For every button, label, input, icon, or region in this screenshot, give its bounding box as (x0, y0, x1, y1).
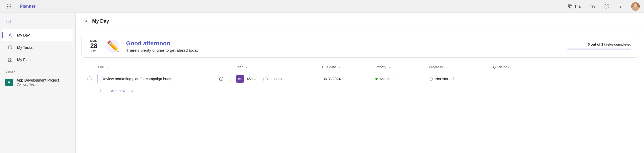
greeting-card: MON 28 Oct ✏️ Good afternoon There's ple… (82, 35, 638, 58)
add-task-row: Add new task (82, 85, 638, 94)
page-header: My Day (76, 13, 644, 30)
svg-point-6 (7, 7, 8, 8)
svg-rect-18 (11, 60, 12, 62)
svg-point-7 (9, 7, 9, 8)
hexagon-icon (7, 45, 13, 50)
trial-label: Trial (574, 4, 581, 9)
topbar: Planner Trial (0, 0, 644, 13)
task-progress[interactable]: Not started (429, 77, 493, 81)
column-due[interactable]: Due date (322, 65, 375, 69)
brand-label[interactable]: Planner (20, 4, 36, 9)
sun-icon (83, 18, 88, 24)
svg-point-14 (9, 34, 11, 36)
task-title: Review marketing plan for campaign budge… (102, 77, 215, 81)
table-header: Title Plan Due date (82, 63, 638, 73)
svg-point-12 (620, 7, 620, 8)
copilot-icon (590, 4, 595, 9)
panel-collapse-icon (6, 19, 11, 24)
date-month: Oct (91, 50, 96, 53)
sidebar-item-my-plans[interactable]: My Plans (2, 54, 73, 66)
trial-button[interactable]: Trial (564, 1, 585, 12)
waffle-icon (7, 4, 11, 9)
greeting-title: Good afternoon (126, 40, 199, 47)
task-title-cell[interactable]: Review marketing plan for campaign budge… (98, 74, 236, 84)
svg-point-1 (9, 4, 9, 5)
pinned-section-label: Pinned (0, 66, 75, 76)
app-launcher-button[interactable] (4, 2, 14, 11)
svg-point-3 (7, 6, 8, 7)
copilot-button[interactable] (587, 1, 599, 12)
info-icon[interactable] (218, 75, 225, 83)
gear-icon (604, 4, 609, 9)
plan-name: Marketing Campaign (247, 77, 282, 81)
date-block: MON 28 Oct (88, 39, 99, 53)
pinned-plan-title: App Development Project (17, 78, 59, 83)
more-icon[interactable] (227, 75, 235, 83)
column-progress[interactable]: Progress (429, 65, 493, 69)
main: My Day MON 28 Oct ✏️ Good afternoon Ther… (75, 13, 644, 153)
plus-icon (98, 88, 103, 93)
svg-rect-15 (8, 58, 10, 59)
sidebar: My Day My Tasks My Plans Pinned tt (0, 13, 75, 153)
sidebar-item-label: My Plans (17, 58, 33, 62)
table-row: Review marketing plan for campaign budge… (82, 73, 638, 85)
page-title: My Day (92, 18, 109, 24)
task-priority[interactable]: Medium (375, 77, 429, 81)
chevron-down-icon (106, 66, 109, 69)
sidebar-item-my-day[interactable]: My Day (2, 29, 73, 41)
progress-block: 0 out of 1 tasks completed (567, 42, 631, 50)
svg-point-21 (231, 77, 231, 78)
diamond-icon (567, 4, 572, 9)
collapse-sidebar-button[interactable] (5, 18, 12, 25)
add-task-button[interactable] (98, 88, 104, 94)
chevron-down-icon (444, 66, 448, 69)
pinned-plan-subtitle: Contoso Team (17, 83, 59, 87)
progress-label: 0 out of 1 tasks completed (588, 42, 631, 46)
help-button[interactable] (615, 1, 626, 12)
svg-point-5 (10, 6, 11, 7)
avatar[interactable] (631, 2, 640, 11)
pinned-plan-item[interactable]: tt App Development Project Contoso Team (0, 76, 75, 88)
sun-icon (7, 33, 13, 38)
svg-point-10 (592, 6, 595, 8)
svg-point-2 (10, 4, 11, 5)
chevron-down-icon (245, 66, 248, 69)
sidebar-item-label: My Day (17, 33, 30, 37)
column-plan[interactable]: Plan (236, 65, 322, 69)
column-title[interactable]: Title (98, 65, 236, 69)
chevron-down-icon (388, 66, 391, 69)
svg-point-0 (7, 4, 8, 5)
help-icon (618, 4, 623, 9)
svg-rect-16 (11, 58, 12, 59)
task-due-date[interactable]: 10/28/2024 (322, 77, 375, 81)
svg-rect-17 (8, 60, 10, 62)
svg-point-19 (85, 20, 87, 22)
greeting-subtitle: There's plenty of time to get ahead toda… (126, 48, 199, 53)
status-circle-icon (429, 77, 433, 81)
plan-badge: MC (236, 75, 244, 83)
sidebar-item-label: My Tasks (17, 45, 33, 50)
svg-point-23 (231, 80, 231, 80)
task-plan[interactable]: MC Marketing Campaign (236, 75, 322, 83)
settings-button[interactable] (601, 1, 612, 12)
svg-point-11 (606, 6, 607, 7)
chevron-down-icon (338, 66, 341, 69)
task-table: Title Plan Due date (82, 63, 638, 94)
priority-dot-icon (375, 78, 378, 80)
date-day: 28 (90, 42, 98, 49)
svg-point-8 (10, 7, 11, 8)
add-task-label[interactable]: Add new task (111, 89, 133, 93)
pinned-plan-badge: tt (5, 79, 13, 86)
complete-task-toggle[interactable] (87, 76, 92, 81)
grid-icon (7, 57, 13, 62)
svg-point-22 (231, 79, 231, 79)
topbar-right: Trial (564, 1, 640, 12)
column-priority[interactable]: Priority (375, 65, 429, 69)
progress-bar (567, 49, 631, 50)
svg-point-4 (9, 6, 9, 7)
pencil-icon: ✏️ (105, 39, 120, 54)
column-quick-look[interactable]: Quick look (493, 65, 546, 69)
sidebar-item-my-tasks[interactable]: My Tasks (2, 42, 73, 53)
